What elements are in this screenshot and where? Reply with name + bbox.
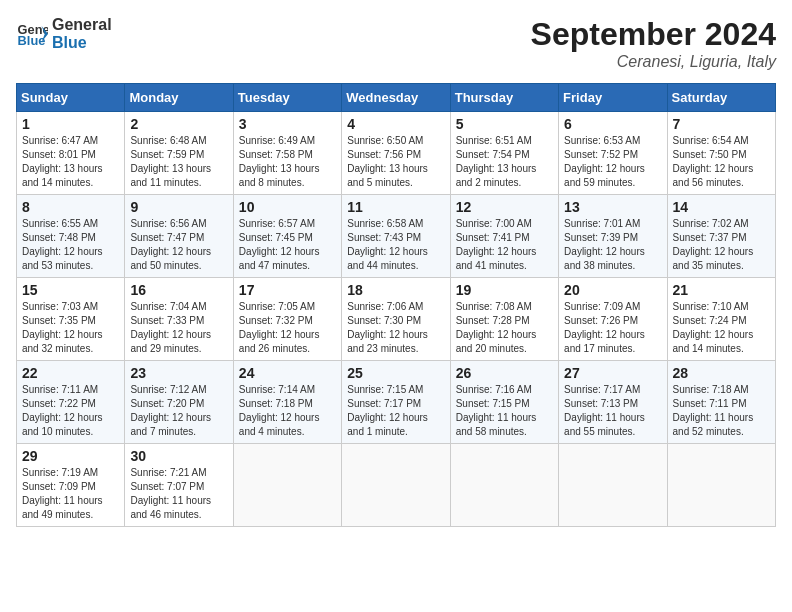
day-info: Sunrise: 7:19 AMSunset: 7:09 PMDaylight:… xyxy=(22,466,119,522)
day-info: Sunrise: 6:58 AMSunset: 7:43 PMDaylight:… xyxy=(347,217,444,273)
day-info: Sunrise: 7:12 AMSunset: 7:20 PMDaylight:… xyxy=(130,383,227,439)
day-number: 15 xyxy=(22,282,119,298)
day-info: Sunrise: 7:10 AMSunset: 7:24 PMDaylight:… xyxy=(673,300,770,356)
calendar-week-4: 22Sunrise: 7:11 AMSunset: 7:22 PMDayligh… xyxy=(17,361,776,444)
day-number: 30 xyxy=(130,448,227,464)
day-info: Sunrise: 7:15 AMSunset: 7:17 PMDaylight:… xyxy=(347,383,444,439)
calendar-cell xyxy=(667,444,775,527)
calendar-cell: 13Sunrise: 7:01 AMSunset: 7:39 PMDayligh… xyxy=(559,195,667,278)
day-info: Sunrise: 6:54 AMSunset: 7:50 PMDaylight:… xyxy=(673,134,770,190)
day-info: Sunrise: 7:16 AMSunset: 7:15 PMDaylight:… xyxy=(456,383,553,439)
day-number: 8 xyxy=(22,199,119,215)
calendar-week-1: 1Sunrise: 6:47 AMSunset: 8:01 PMDaylight… xyxy=(17,112,776,195)
calendar-cell: 26Sunrise: 7:16 AMSunset: 7:15 PMDayligh… xyxy=(450,361,558,444)
calendar-cell: 17Sunrise: 7:05 AMSunset: 7:32 PMDayligh… xyxy=(233,278,341,361)
calendar-cell: 7Sunrise: 6:54 AMSunset: 7:50 PMDaylight… xyxy=(667,112,775,195)
calendar-cell: 21Sunrise: 7:10 AMSunset: 7:24 PMDayligh… xyxy=(667,278,775,361)
day-number: 17 xyxy=(239,282,336,298)
calendar-week-5: 29Sunrise: 7:19 AMSunset: 7:09 PMDayligh… xyxy=(17,444,776,527)
calendar-cell: 19Sunrise: 7:08 AMSunset: 7:28 PMDayligh… xyxy=(450,278,558,361)
calendar-cell: 16Sunrise: 7:04 AMSunset: 7:33 PMDayligh… xyxy=(125,278,233,361)
calendar-cell: 22Sunrise: 7:11 AMSunset: 7:22 PMDayligh… xyxy=(17,361,125,444)
svg-text:Blue: Blue xyxy=(18,33,46,48)
day-number: 11 xyxy=(347,199,444,215)
day-number: 27 xyxy=(564,365,661,381)
day-number: 6 xyxy=(564,116,661,132)
day-number: 16 xyxy=(130,282,227,298)
day-info: Sunrise: 7:14 AMSunset: 7:18 PMDaylight:… xyxy=(239,383,336,439)
calendar-cell: 18Sunrise: 7:06 AMSunset: 7:30 PMDayligh… xyxy=(342,278,450,361)
calendar-cell: 27Sunrise: 7:17 AMSunset: 7:13 PMDayligh… xyxy=(559,361,667,444)
day-number: 18 xyxy=(347,282,444,298)
calendar-cell xyxy=(342,444,450,527)
day-number: 4 xyxy=(347,116,444,132)
calendar-cell xyxy=(450,444,558,527)
calendar-cell: 30Sunrise: 7:21 AMSunset: 7:07 PMDayligh… xyxy=(125,444,233,527)
day-number: 20 xyxy=(564,282,661,298)
day-number: 1 xyxy=(22,116,119,132)
day-number: 21 xyxy=(673,282,770,298)
day-number: 26 xyxy=(456,365,553,381)
calendar-cell: 15Sunrise: 7:03 AMSunset: 7:35 PMDayligh… xyxy=(17,278,125,361)
calendar-cell: 6Sunrise: 6:53 AMSunset: 7:52 PMDaylight… xyxy=(559,112,667,195)
day-info: Sunrise: 7:06 AMSunset: 7:30 PMDaylight:… xyxy=(347,300,444,356)
calendar-cell: 2Sunrise: 6:48 AMSunset: 7:59 PMDaylight… xyxy=(125,112,233,195)
day-number: 3 xyxy=(239,116,336,132)
calendar-cell: 25Sunrise: 7:15 AMSunset: 7:17 PMDayligh… xyxy=(342,361,450,444)
day-number: 19 xyxy=(456,282,553,298)
day-info: Sunrise: 6:57 AMSunset: 7:45 PMDaylight:… xyxy=(239,217,336,273)
day-info: Sunrise: 6:51 AMSunset: 7:54 PMDaylight:… xyxy=(456,134,553,190)
logo-general: General xyxy=(52,16,112,34)
calendar-cell: 8Sunrise: 6:55 AMSunset: 7:48 PMDaylight… xyxy=(17,195,125,278)
day-info: Sunrise: 7:18 AMSunset: 7:11 PMDaylight:… xyxy=(673,383,770,439)
calendar-cell: 9Sunrise: 6:56 AMSunset: 7:47 PMDaylight… xyxy=(125,195,233,278)
calendar-header-saturday: Saturday xyxy=(667,84,775,112)
day-number: 13 xyxy=(564,199,661,215)
day-number: 24 xyxy=(239,365,336,381)
calendar-cell: 10Sunrise: 6:57 AMSunset: 7:45 PMDayligh… xyxy=(233,195,341,278)
day-number: 10 xyxy=(239,199,336,215)
day-info: Sunrise: 6:56 AMSunset: 7:47 PMDaylight:… xyxy=(130,217,227,273)
day-number: 28 xyxy=(673,365,770,381)
day-info: Sunrise: 7:21 AMSunset: 7:07 PMDaylight:… xyxy=(130,466,227,522)
day-info: Sunrise: 7:05 AMSunset: 7:32 PMDaylight:… xyxy=(239,300,336,356)
calendar-cell: 5Sunrise: 6:51 AMSunset: 7:54 PMDaylight… xyxy=(450,112,558,195)
day-info: Sunrise: 6:48 AMSunset: 7:59 PMDaylight:… xyxy=(130,134,227,190)
day-number: 12 xyxy=(456,199,553,215)
calendar-header-row: SundayMondayTuesdayWednesdayThursdayFrid… xyxy=(17,84,776,112)
calendar-header-wednesday: Wednesday xyxy=(342,84,450,112)
day-number: 7 xyxy=(673,116,770,132)
calendar-cell: 12Sunrise: 7:00 AMSunset: 7:41 PMDayligh… xyxy=(450,195,558,278)
day-info: Sunrise: 6:55 AMSunset: 7:48 PMDaylight:… xyxy=(22,217,119,273)
calendar-header-monday: Monday xyxy=(125,84,233,112)
day-number: 25 xyxy=(347,365,444,381)
calendar-cell: 1Sunrise: 6:47 AMSunset: 8:01 PMDaylight… xyxy=(17,112,125,195)
logo-blue: Blue xyxy=(52,34,112,52)
calendar-week-2: 8Sunrise: 6:55 AMSunset: 7:48 PMDaylight… xyxy=(17,195,776,278)
calendar-cell: 28Sunrise: 7:18 AMSunset: 7:11 PMDayligh… xyxy=(667,361,775,444)
day-info: Sunrise: 7:00 AMSunset: 7:41 PMDaylight:… xyxy=(456,217,553,273)
day-info: Sunrise: 7:11 AMSunset: 7:22 PMDaylight:… xyxy=(22,383,119,439)
calendar-cell xyxy=(233,444,341,527)
header: General Blue General Blue September 2024… xyxy=(16,16,776,71)
day-info: Sunrise: 7:17 AMSunset: 7:13 PMDaylight:… xyxy=(564,383,661,439)
calendar: SundayMondayTuesdayWednesdayThursdayFrid… xyxy=(16,83,776,527)
calendar-cell: 29Sunrise: 7:19 AMSunset: 7:09 PMDayligh… xyxy=(17,444,125,527)
day-info: Sunrise: 6:53 AMSunset: 7:52 PMDaylight:… xyxy=(564,134,661,190)
day-info: Sunrise: 7:04 AMSunset: 7:33 PMDaylight:… xyxy=(130,300,227,356)
calendar-cell: 20Sunrise: 7:09 AMSunset: 7:26 PMDayligh… xyxy=(559,278,667,361)
day-info: Sunrise: 7:01 AMSunset: 7:39 PMDaylight:… xyxy=(564,217,661,273)
calendar-header-thursday: Thursday xyxy=(450,84,558,112)
logo-icon: General Blue xyxy=(16,18,48,50)
calendar-cell: 3Sunrise: 6:49 AMSunset: 7:58 PMDaylight… xyxy=(233,112,341,195)
calendar-header-tuesday: Tuesday xyxy=(233,84,341,112)
day-number: 9 xyxy=(130,199,227,215)
calendar-header-friday: Friday xyxy=(559,84,667,112)
day-info: Sunrise: 6:50 AMSunset: 7:56 PMDaylight:… xyxy=(347,134,444,190)
calendar-cell: 23Sunrise: 7:12 AMSunset: 7:20 PMDayligh… xyxy=(125,361,233,444)
location-subtitle: Ceranesi, Liguria, Italy xyxy=(531,53,776,71)
day-number: 5 xyxy=(456,116,553,132)
calendar-cell: 4Sunrise: 6:50 AMSunset: 7:56 PMDaylight… xyxy=(342,112,450,195)
calendar-body: 1Sunrise: 6:47 AMSunset: 8:01 PMDaylight… xyxy=(17,112,776,527)
day-info: Sunrise: 7:03 AMSunset: 7:35 PMDaylight:… xyxy=(22,300,119,356)
